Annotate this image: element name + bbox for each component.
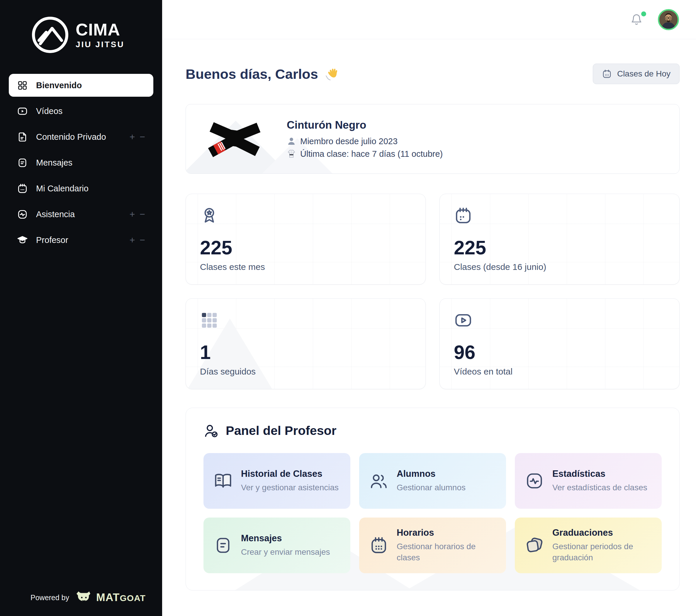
action-card-title: Estadísticas xyxy=(552,469,647,479)
sidebar-item-profesor[interactable]: Profesor + − xyxy=(9,229,153,252)
stat-label: Clases este mes xyxy=(200,262,411,272)
message-icon xyxy=(17,157,28,168)
brand-name: CIMA xyxy=(76,21,125,38)
action-card-subtitle: Crear y enviar mensajes xyxy=(241,547,330,558)
sidebar: CIMA JIU JITSU Bienvenido Vídeos xyxy=(0,0,162,616)
notifications-button[interactable] xyxy=(630,13,643,26)
message-icon xyxy=(213,536,233,555)
action-card-horarios[interactable]: Horarios Gestionar horarios de clases xyxy=(359,518,506,573)
action-card-subtitle: Gestionar horarios de clases xyxy=(397,541,496,563)
activity-icon xyxy=(17,209,28,220)
user-avatar[interactable] xyxy=(658,9,679,30)
stat-value: 96 xyxy=(454,343,665,362)
stat-label: Clases (desde 16 junio) xyxy=(454,262,665,272)
action-card-mensajes[interactable]: Mensajes Crear y enviar mensajes xyxy=(204,518,350,573)
avatar-photo xyxy=(659,11,678,29)
brand-subname: JIU JITSU xyxy=(76,40,125,49)
panel-title: Panel del Profesor xyxy=(226,423,336,438)
powered-by-label: Powered by xyxy=(31,594,69,602)
sidebar-item-asistencia[interactable]: Asistencia + − xyxy=(9,203,153,226)
stat-card-videos-total: 96 Vídeos en total xyxy=(440,298,680,389)
sidebar-nav: Bienvenido Vídeos Contenido Privado + − xyxy=(0,74,162,252)
expand-plus-button[interactable]: + xyxy=(130,210,135,219)
stat-card-clases-este-mes: 225 Clases este mes xyxy=(186,194,426,285)
book-open-icon xyxy=(213,471,233,490)
action-card-subtitle: Gestionar alumnos xyxy=(397,482,465,493)
calendar-icon xyxy=(17,183,28,194)
black-belt-image xyxy=(200,116,269,162)
teacher-panel: Panel del Profesor Historial de Clases V… xyxy=(186,408,680,590)
belt-card: Cinturón Negro Miembro desde julio 2023 … xyxy=(186,104,680,174)
sidebar-item-mi-calendario[interactable]: Mi Calendario xyxy=(9,177,153,200)
last-class-line: Última clase: hace 7 días (11 octubre) xyxy=(287,149,443,159)
sidebar-item-label: Bienvenido xyxy=(36,81,82,90)
action-card-subtitle: Ver y gestionar asistencias xyxy=(241,482,338,493)
action-card-subtitle: Gestionar periodos de graduación xyxy=(552,541,652,563)
calendar-icon xyxy=(602,69,612,79)
goat-icon xyxy=(76,591,92,604)
karate-gi-icon xyxy=(287,149,296,159)
action-card-title: Graduaciones xyxy=(552,528,652,538)
stat-label: Días seguidos xyxy=(200,367,411,376)
powered-by-matgoat[interactable]: Powered by MATGOAT xyxy=(0,591,162,616)
action-card-estadisticas[interactable]: Estadísticas Ver estadísticas de clases xyxy=(515,453,662,509)
notification-dot xyxy=(641,12,646,16)
action-card-title: Historial de Clases xyxy=(241,469,338,479)
collapse-minus-button[interactable]: − xyxy=(140,132,145,142)
graduation-cap-icon xyxy=(17,235,28,246)
matgoat-wordmark: MATGOAT xyxy=(96,591,146,604)
sidebar-item-contenido-privado[interactable]: Contenido Privado + − xyxy=(9,126,153,148)
member-since-line: Miembro desde julio 2023 xyxy=(287,136,443,146)
sidebar-item-label: Profesor xyxy=(36,235,68,245)
mountain-circle-icon xyxy=(31,15,70,54)
main-area: Buenos días, Carlos Clases de Hoy xyxy=(162,0,696,616)
user-check-icon xyxy=(204,423,219,438)
sidebar-item-label: Contenido Privado xyxy=(36,132,106,142)
calendar-icon xyxy=(454,206,473,225)
streak-grid-icon xyxy=(200,311,219,330)
video-play-icon xyxy=(17,106,28,117)
stacked-cards-icon xyxy=(525,536,544,555)
users-icon xyxy=(369,471,389,490)
file-document-icon xyxy=(17,132,28,142)
page-content: Buenos días, Carlos Clases de Hoy xyxy=(162,39,696,602)
action-card-title: Horarios xyxy=(397,528,496,538)
stat-card-clases-desde-junio: 225 Clases (desde 16 junio) xyxy=(440,194,680,285)
sidebar-item-label: Mensajes xyxy=(36,158,73,168)
stat-value: 1 xyxy=(200,343,411,362)
stat-label: Vídeos en total xyxy=(454,367,665,376)
sidebar-item-label: Vídeos xyxy=(36,107,62,116)
dashboard-grid-icon xyxy=(17,80,28,91)
action-card-subtitle: Ver estadísticas de clases xyxy=(552,482,647,493)
page-title: Buenos días, Carlos xyxy=(186,65,339,82)
video-icon xyxy=(454,311,473,330)
stats-activity-icon xyxy=(525,471,544,490)
action-card-graduaciones[interactable]: Graduaciones Gestionar periodos de gradu… xyxy=(515,518,662,573)
topbar xyxy=(162,0,696,39)
action-card-historial-de-clases[interactable]: Historial de Clases Ver y gestionar asis… xyxy=(204,453,350,509)
belt-title: Cinturón Negro xyxy=(287,119,443,131)
brand-logo: CIMA JIU JITSU xyxy=(0,0,162,54)
sidebar-item-label: Mi Calendario xyxy=(36,184,89,193)
action-card-title: Alumnos xyxy=(397,469,465,479)
schedule-calendar-icon xyxy=(369,536,389,555)
award-icon xyxy=(200,206,219,225)
expand-plus-button[interactable]: + xyxy=(130,132,135,142)
today-classes-button[interactable]: Clases de Hoy xyxy=(593,64,680,84)
waving-hand-emoji xyxy=(324,67,339,82)
stats-grid: 225 Clases este mes 225 Clases (desde 16… xyxy=(186,194,680,389)
sidebar-item-label: Asistencia xyxy=(36,210,75,219)
expand-plus-button[interactable]: + xyxy=(130,235,135,245)
action-card-alumnos[interactable]: Alumnos Gestionar alumnos xyxy=(359,453,506,509)
stat-value: 225 xyxy=(200,238,411,257)
user-bust-icon xyxy=(287,136,296,146)
collapse-minus-button[interactable]: − xyxy=(140,235,145,245)
sidebar-item-mensajes[interactable]: Mensajes xyxy=(9,151,153,174)
stat-card-dias-seguidos: 1 Días seguidos xyxy=(186,298,426,389)
action-card-title: Mensajes xyxy=(241,533,330,544)
sidebar-item-bienvenido[interactable]: Bienvenido xyxy=(9,74,153,97)
collapse-minus-button[interactable]: − xyxy=(140,210,145,219)
sidebar-item-videos[interactable]: Vídeos xyxy=(9,100,153,123)
stat-value: 225 xyxy=(454,238,665,257)
bell-icon xyxy=(630,13,643,26)
